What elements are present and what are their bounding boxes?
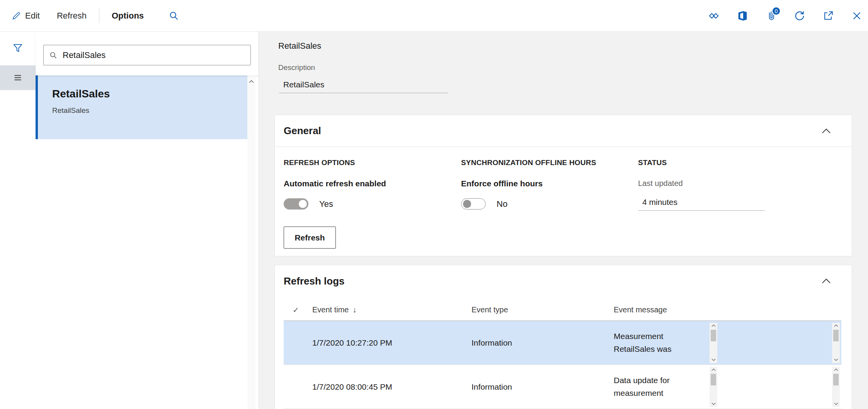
last-updated-field xyxy=(638,195,765,211)
refresh-menu-button[interactable]: Refresh xyxy=(57,11,87,21)
top-bar: Edit Refresh Options 0 xyxy=(0,0,868,32)
page-title: RetailSales xyxy=(278,41,321,51)
list-search-area xyxy=(36,32,259,75)
options-label: Options xyxy=(112,11,144,21)
enforce-offline-label: Enforce offline hours xyxy=(461,179,596,188)
status-heading: STATUS xyxy=(638,158,765,167)
scroll-down-icon[interactable] xyxy=(834,401,838,407)
event-type-label: Event type xyxy=(471,305,508,314)
options-menu-button[interactable]: Options xyxy=(112,11,144,21)
row-right-scrollbar[interactable] xyxy=(832,367,840,407)
general-section: General REFRESH OPTIONS Automatic refres… xyxy=(274,115,852,256)
list-item-title: RetailSales xyxy=(52,88,243,100)
scroll-up-icon[interactable] xyxy=(711,323,716,329)
column-header-event-message[interactable]: Event message xyxy=(614,304,706,316)
scroll-thumb[interactable] xyxy=(711,374,716,385)
select-all-check-icon[interactable]: ✓ xyxy=(284,305,303,315)
refresh-menu-label: Refresh xyxy=(57,11,87,21)
toggle-knob xyxy=(463,200,471,208)
event-time-cell: 1/7/2020 08:00:45 PM xyxy=(303,382,471,392)
record-list: RetailSales RetailSales xyxy=(36,75,247,139)
list-icon xyxy=(12,72,24,84)
event-type-cell: Information xyxy=(471,382,614,392)
chevron-up-icon[interactable] xyxy=(819,276,833,286)
pencil-icon xyxy=(11,11,21,21)
scroll-track[interactable] xyxy=(832,373,840,401)
left-icon-rail xyxy=(0,32,36,409)
record-list-panel: RetailSales RetailSales xyxy=(36,32,259,409)
general-header[interactable]: General xyxy=(275,115,852,147)
enforce-offline-toggle[interactable] xyxy=(461,198,486,210)
scroll-up-icon[interactable] xyxy=(247,77,255,86)
chevron-up-icon[interactable] xyxy=(819,126,833,136)
description-field xyxy=(279,77,448,93)
sort-descending-icon: ↓ xyxy=(352,305,356,314)
scroll-up-icon[interactable] xyxy=(834,367,838,373)
sync-icon[interactable] xyxy=(794,10,805,22)
list-item-subtitle: RetailSales xyxy=(52,106,243,115)
list-view-toggle[interactable] xyxy=(0,65,36,90)
scroll-thumb[interactable] xyxy=(833,374,839,385)
filter-icon[interactable] xyxy=(0,32,36,64)
row-right-scrollbar[interactable] xyxy=(832,323,840,363)
scroll-down-icon[interactable] xyxy=(711,401,716,407)
list-scrollbar[interactable] xyxy=(247,77,255,409)
attachments-icon[interactable]: 0 xyxy=(765,10,777,22)
scroll-down-icon[interactable] xyxy=(834,357,838,363)
automatic-refresh-toggle[interactable] xyxy=(284,198,308,210)
office-icon[interactable] xyxy=(737,10,748,22)
last-updated-label: Last updated xyxy=(638,179,765,188)
scroll-up-icon[interactable] xyxy=(834,323,838,329)
automatic-refresh-row: Yes xyxy=(284,198,386,210)
refresh-logs-section: Refresh logs ✓ Event time↓ Event type Ev… xyxy=(274,265,852,409)
scroll-track[interactable] xyxy=(832,329,840,357)
edit-button[interactable]: Edit xyxy=(11,11,40,21)
message-cell-scrollbar[interactable] xyxy=(710,367,717,407)
refresh-logs-table: ✓ Event time↓ Event type Event message 1… xyxy=(284,299,841,409)
general-title: General xyxy=(284,125,321,137)
list-search-input[interactable] xyxy=(63,50,245,60)
list-search-box[interactable] xyxy=(43,45,251,65)
automatic-refresh-value: Yes xyxy=(319,199,333,209)
diamonds-icon[interactable] xyxy=(708,10,720,22)
description-label: Description xyxy=(278,63,315,72)
scroll-thumb[interactable] xyxy=(833,330,839,341)
table-row[interactable]: 1/7/2020 08:00:45 PM Information Data up… xyxy=(284,365,841,409)
message-cell-scrollbar[interactable] xyxy=(710,323,717,363)
scroll-down-icon[interactable] xyxy=(711,357,716,363)
sync-offline-group: SYNCHRONIZATION OFFLINE HOURS Enforce of… xyxy=(461,158,596,210)
last-updated-input[interactable] xyxy=(638,195,765,210)
event-message-cell: Measurement RetailSales was xyxy=(614,330,706,355)
table-row[interactable]: 1/7/2020 10:27:20 PM Information Measure… xyxy=(284,321,841,365)
close-icon[interactable] xyxy=(851,10,863,22)
scroll-thumb[interactable] xyxy=(711,330,716,341)
event-message-label: Event message xyxy=(614,305,667,314)
sync-offline-heading: SYNCHRONIZATION OFFLINE HOURS xyxy=(461,158,596,167)
attachment-count-badge: 0 xyxy=(772,7,781,15)
column-header-event-time[interactable]: Event time↓ xyxy=(303,305,471,314)
event-message-cell: Data update for measurement xyxy=(614,374,706,399)
refresh-logs-title: Refresh logs xyxy=(284,275,345,287)
event-type-cell: Information xyxy=(471,338,614,348)
main-content: RetailSales Description General REFRESH … xyxy=(259,32,868,409)
edit-label: Edit xyxy=(25,11,40,21)
list-item-retailsales[interactable]: RetailSales RetailSales xyxy=(36,75,247,139)
event-time-cell: 1/7/2020 10:27:20 PM xyxy=(303,338,471,348)
scroll-up-icon[interactable] xyxy=(711,367,716,373)
scroll-track[interactable] xyxy=(710,329,717,357)
refresh-logs-header[interactable]: Refresh logs xyxy=(275,265,852,297)
search-small-icon xyxy=(49,51,58,60)
menu-divider xyxy=(99,9,99,23)
search-icon[interactable] xyxy=(168,10,179,21)
enforce-offline-value: No xyxy=(497,199,507,209)
scroll-track[interactable] xyxy=(710,373,717,401)
toggle-knob xyxy=(299,200,307,208)
enforce-offline-row: No xyxy=(461,198,596,210)
popout-icon[interactable] xyxy=(822,10,834,22)
top-bar-menu: Edit Refresh Options xyxy=(0,9,179,23)
refresh-button[interactable]: Refresh xyxy=(284,227,336,249)
column-header-event-type[interactable]: Event type xyxy=(471,305,614,314)
refresh-options-heading: REFRESH OPTIONS xyxy=(284,158,386,167)
description-input[interactable] xyxy=(279,77,448,93)
top-bar-actions: 0 xyxy=(708,0,863,32)
